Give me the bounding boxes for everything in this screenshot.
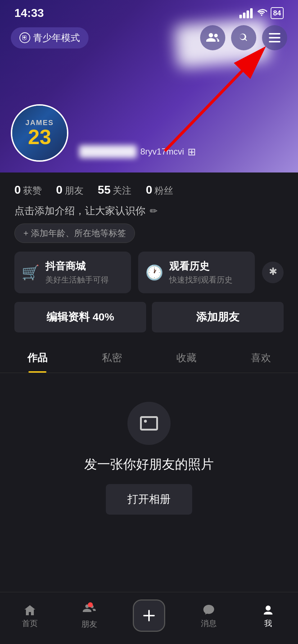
signal-icon xyxy=(239,8,253,18)
empty-text: 发一张你好朋友的照片 xyxy=(84,456,214,473)
user-id: 8ryv17mcvi xyxy=(140,147,184,157)
stat-following-num: 55 xyxy=(98,183,111,197)
photo-icon xyxy=(138,413,160,434)
status-icons: 84 xyxy=(239,7,284,19)
history-title: 观看历史 xyxy=(169,259,232,273)
nav-home-label: 首页 xyxy=(22,618,38,629)
friends-icon-button[interactable] xyxy=(200,25,225,50)
nav-me[interactable]: 我 xyxy=(250,604,286,629)
svg-point-6 xyxy=(144,420,147,423)
history-card-texts: 观看历史 快速找到观看历史 xyxy=(169,259,232,285)
svg-point-9 xyxy=(266,606,271,611)
nav-add-icon xyxy=(141,608,157,624)
feature-cards: 🛒 抖音商城 美好生活触手可得 🕐 观看历史 快速找到观看历史 ✱ xyxy=(0,252,298,302)
avatar-image: JAMES 23 xyxy=(12,106,67,160)
search-button[interactable] xyxy=(231,25,256,50)
youth-mode-button[interactable]: ⛨ 青少年模式 xyxy=(11,27,89,49)
home-icon xyxy=(23,604,36,617)
nav-add-button[interactable] xyxy=(133,599,165,632)
stat-fans[interactable]: 0 粉丝 xyxy=(146,183,173,197)
edit-profile-button[interactable]: 编辑资料 40% xyxy=(14,302,146,332)
bottom-nav: 首页 朋友 消息 我 xyxy=(0,592,298,644)
qr-code-icon[interactable]: ⊞ xyxy=(188,146,196,158)
tags-row: + 添加年龄、所在地等标签 xyxy=(0,224,298,252)
nav-friends[interactable]: 朋友 xyxy=(71,603,107,630)
add-friend-label: 添加朋友 xyxy=(196,311,239,323)
nav-home[interactable]: 首页 xyxy=(12,604,48,629)
youth-mode-icon: ⛨ xyxy=(19,32,30,43)
feature-more-button[interactable]: ✱ xyxy=(262,262,284,283)
stat-friends-label: 朋友 xyxy=(65,184,83,197)
svg-rect-1 xyxy=(269,37,280,38)
battery-icon: 84 xyxy=(271,7,284,19)
feature-card-shop[interactable]: 🛒 抖音商城 美好生活触手可得 xyxy=(14,252,131,293)
open-album-button[interactable]: 打开相册 xyxy=(106,484,192,515)
stat-likes-label: 获赞 xyxy=(23,184,42,197)
user-id-row: 8ryv17mcvi ⊞ xyxy=(79,145,196,158)
open-album-label: 打开相册 xyxy=(127,493,171,505)
status-time: 14:33 xyxy=(14,6,44,20)
messages-icon xyxy=(202,604,215,617)
menu-icon xyxy=(269,33,280,42)
bio-text: 点击添加介绍，让大家认识你 xyxy=(14,204,145,218)
tab-like[interactable]: 喜欢 xyxy=(224,343,298,373)
top-bar: ⛨ 青少年模式 xyxy=(0,25,298,50)
nav-add[interactable] xyxy=(131,599,167,633)
svg-text:✱: ✱ xyxy=(269,267,277,277)
stat-likes[interactable]: 0 获赞 xyxy=(14,183,42,197)
shop-icon: 🛒 xyxy=(22,264,40,281)
svg-rect-2 xyxy=(269,41,280,42)
stat-likes-num: 0 xyxy=(14,183,21,197)
add-tag-button[interactable]: + 添加年龄、所在地等标签 xyxy=(14,224,135,243)
tab-collect[interactable]: 收藏 xyxy=(149,343,224,373)
add-tag-label: + 添加年龄、所在地等标签 xyxy=(23,227,126,239)
shop-sub: 美好生活触手可得 xyxy=(45,275,109,285)
profile-header: ⛨ 青少年模式 xyxy=(0,0,298,172)
feature-card-history[interactable]: 🕐 观看历史 快速找到观看历史 xyxy=(138,252,255,293)
stat-fans-label: 粉丝 xyxy=(154,184,173,197)
stat-following[interactable]: 55 关注 xyxy=(98,183,132,197)
username-blurred xyxy=(79,145,137,158)
bottom-spacer xyxy=(0,536,298,594)
tab-private[interactable]: 私密 xyxy=(74,343,149,373)
bio-row[interactable]: 点击添加介绍，让大家认识你 ✏ xyxy=(0,204,298,224)
svg-rect-0 xyxy=(269,33,280,34)
empty-icon-circle xyxy=(127,402,171,445)
nav-messages[interactable]: 消息 xyxy=(191,604,227,629)
avatar-area: JAMES 23 xyxy=(11,104,68,162)
history-sub: 快速找到观看历史 xyxy=(169,275,232,285)
stat-following-label: 关注 xyxy=(113,184,131,197)
nav-friends-label: 朋友 xyxy=(81,619,97,630)
asterisk-icon: ✱ xyxy=(267,267,278,278)
nav-me-label: 我 xyxy=(264,618,272,629)
profile-body: 0 获赞 0 朋友 55 关注 0 粉丝 点击添加介绍，让大家认识你 ✏ + 添… xyxy=(0,172,298,594)
shop-card-texts: 抖音商城 美好生活触手可得 xyxy=(45,259,109,285)
menu-button[interactable] xyxy=(262,25,287,50)
stats-row: 0 获赞 0 朋友 55 关注 0 粉丝 xyxy=(0,172,298,204)
youth-mode-label: 青少年模式 xyxy=(33,32,80,44)
shop-title: 抖音商城 xyxy=(45,259,109,273)
bio-edit-icon: ✏ xyxy=(150,206,158,217)
wifi-icon xyxy=(256,8,267,19)
people-icon xyxy=(206,32,219,43)
search-icon xyxy=(238,32,249,43)
avatar[interactable]: JAMES 23 xyxy=(11,104,68,162)
action-buttons: 编辑资料 40% 添加朋友 xyxy=(0,302,298,343)
nav-messages-label: 消息 xyxy=(201,618,217,629)
stat-friends-num: 0 xyxy=(56,183,63,197)
edit-profile-label: 编辑资料 40% xyxy=(46,311,114,323)
tabs-row: 作品 私密 收藏 喜欢 xyxy=(0,343,298,373)
history-icon: 🕐 xyxy=(145,264,163,281)
nav-me-icon xyxy=(262,604,275,617)
top-bar-right-icons xyxy=(200,25,287,50)
status-bar: 14:33 84 xyxy=(0,0,298,23)
tab-works[interactable]: 作品 xyxy=(0,343,74,373)
stat-fans-num: 0 xyxy=(146,183,152,197)
svg-rect-8 xyxy=(143,615,155,616)
empty-state: 发一张你好朋友的照片 打开相册 xyxy=(0,373,298,536)
add-friend-button[interactable]: 添加朋友 xyxy=(152,302,284,332)
stat-friends[interactable]: 0 朋友 xyxy=(56,183,83,197)
